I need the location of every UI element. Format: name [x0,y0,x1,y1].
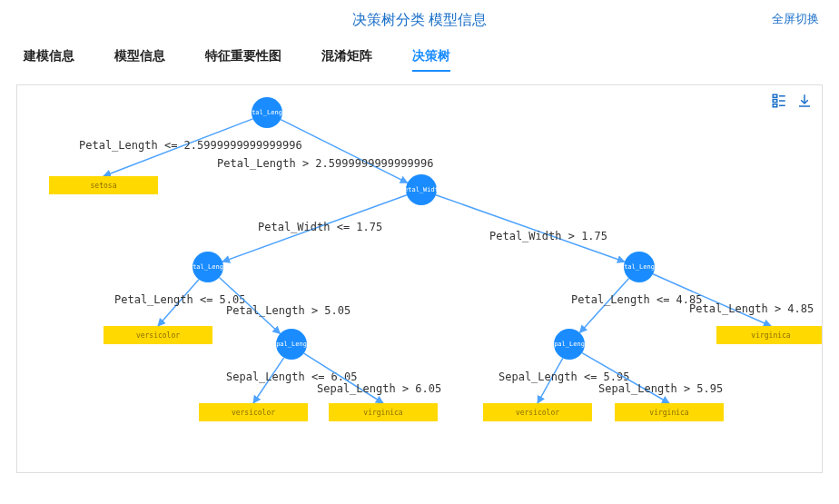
edge-label: Sepal_Length <= 6.05 [226,371,358,383]
leaf-node-label: versicolor [516,409,559,417]
edge-label: Sepal_Length <= 5.95 [498,371,630,383]
tab-feature-imp[interactable]: 特征重要性图 [205,48,281,72]
edge-label: Sepal_Length > 5.95 [598,382,723,395]
tab-decision-tree[interactable]: 决策树 [412,48,450,72]
edge-label: Petal_Length <= 2.5999999999999996 [79,139,302,152]
edge-label: Petal_Length > 2.5999999999999996 [217,157,433,170]
edge-label: Petal_Length > 5.05 [226,304,350,317]
leaf-node-label: virginica [751,331,791,340]
edge-label: Petal_Length > 4.85 [689,302,814,315]
split-node-label: Sepal_Length [547,341,593,348]
edge-label: Petal_Width > 1.75 [489,230,607,242]
download-icon[interactable] [796,93,813,109]
tab-model-info[interactable]: 模型信息 [114,48,165,72]
tree-toggle-icon[interactable] [771,93,787,109]
svg-rect-0 [773,94,777,97]
edge-label: Sepal_Length > 6.05 [317,382,441,395]
tab-confusion[interactable]: 混淆矩阵 [321,48,372,72]
leaf-node-label: setosa [91,182,117,190]
leaf-node-label: virginica [363,409,403,417]
leaf-node-label: versicolor [232,409,275,417]
leaf-node-label: virginica [649,409,689,417]
tab-build-info[interactable]: 建模信息 [24,48,74,72]
tree-edge [436,195,625,262]
svg-rect-2 [773,104,777,107]
tabs: 建模信息 模型信息 特征重要性图 混淆矩阵 决策树 [0,41,839,77]
split-node-label: Petal_Length [185,263,232,271]
split-node-label: Sepal_Length [269,341,315,348]
leaf-node-label: versicolor [136,331,180,340]
split-node-label: Petal_Length [244,109,291,116]
page-title: 决策树分类 模型信息 [352,11,487,30]
edge-label: Petal_Length <= 4.85 [571,293,703,306]
header: 决策树分类 模型信息 全屏切换 [0,0,839,41]
fullscreen-toggle[interactable]: 全屏切换 [772,11,819,27]
tree-canvas[interactable]: Petal_Length <= 2.5999999999999996Petal_… [16,84,823,473]
svg-rect-1 [773,100,777,103]
split-node-label: Petal_Width [400,186,442,193]
decision-tree-svg: Petal_Length <= 2.5999999999999996Petal_… [17,85,822,472]
split-node-label: Petal_Length [617,263,663,271]
canvas-toolbar [771,93,813,109]
edge-label: Petal_Width <= 1.75 [258,221,382,233]
